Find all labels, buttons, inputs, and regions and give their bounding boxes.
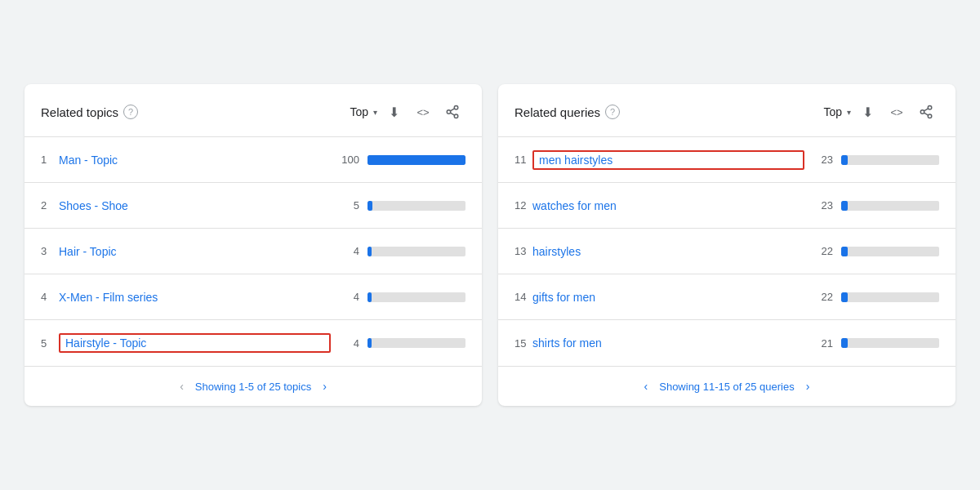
right-panel-body: 11 men hairstyles 23 12 watches for men … (498, 137, 956, 366)
left-panel-header: Related topics ? Top ▾ ⬇ <> (24, 84, 482, 137)
table-row: 11 men hairstyles 23 (498, 137, 956, 183)
table-row: 4 X-Men - Film series 4 (24, 274, 482, 320)
row-label[interactable]: watches for men (532, 199, 804, 212)
row-value: 5 (331, 199, 359, 212)
row-label[interactable]: hairstyles (532, 245, 804, 258)
row-label[interactable]: X-Men - Film series (59, 291, 331, 304)
bar-container (368, 292, 466, 302)
row-number: 14 (514, 291, 532, 303)
left-dropdown-icon[interactable]: ▾ (373, 108, 377, 117)
row-label[interactable]: shirts for men (532, 336, 804, 350)
table-row: 12 watches for men 23 (498, 183, 956, 229)
left-help-icon[interactable]: ? (123, 105, 138, 119)
left-panel-body: 1 Man - Topic 100 2 Shoes - Shoe 5 3 Hai… (24, 137, 482, 366)
right-footer-text[interactable]: Showing 11-15 of 25 queries (659, 381, 795, 393)
svg-line-9 (924, 109, 928, 111)
row-value: 4 (331, 245, 359, 257)
left-panel-title: Related topics (41, 105, 118, 119)
left-panel: Related topics ? Top ▾ ⬇ <> 1 Man - Topi… (24, 84, 482, 406)
left-filter-label: Top (350, 105, 368, 118)
main-container: Related topics ? Top ▾ ⬇ <> 1 Man - Topi… (0, 60, 980, 430)
row-label[interactable]: Man - Topic (59, 154, 331, 167)
bar-container (841, 155, 939, 165)
bar-container (841, 201, 939, 211)
table-row: 15 shirts for men 21 (498, 320, 956, 366)
left-embed-icon[interactable]: <> (410, 99, 436, 125)
row-value: 23 (804, 199, 833, 212)
table-row: 5 Hairstyle - Topic 4 (24, 320, 482, 366)
bar-fill (368, 338, 372, 348)
right-header-controls: Top ▾ ⬇ <> (823, 99, 939, 125)
left-prev-arrow[interactable]: ‹ (175, 378, 189, 394)
right-panel-footer: ‹ Showing 11-15 of 25 queries › (498, 366, 956, 406)
bar-fill (368, 155, 466, 165)
bar-fill (368, 201, 372, 211)
right-share-icon[interactable] (913, 99, 939, 125)
row-label[interactable]: gifts for men (532, 291, 804, 304)
table-row: 1 Man - Topic 100 (24, 137, 482, 183)
row-number: 11 (514, 154, 532, 166)
left-download-icon[interactable]: ⬇ (381, 99, 407, 125)
row-value: 22 (804, 245, 833, 257)
bar-container (841, 247, 939, 256)
table-row: 2 Shoes - Shoe 5 (24, 183, 482, 229)
table-row: 3 Hair - Topic 4 (24, 229, 482, 274)
row-label[interactable]: Shoes - Shoe (59, 199, 331, 212)
row-number: 3 (41, 245, 59, 257)
row-value: 4 (331, 337, 359, 350)
bar-fill (841, 155, 848, 165)
table-row: 14 gifts for men 22 (498, 274, 956, 320)
row-number: 15 (514, 337, 532, 350)
row-number: 4 (41, 291, 59, 303)
right-help-icon[interactable]: ? (605, 105, 620, 119)
bar-container (368, 201, 466, 211)
bar-container (841, 338, 939, 348)
left-share-icon[interactable] (439, 99, 466, 125)
table-row: 13 hairstyles 22 (498, 229, 956, 274)
right-panel-title: Related queries (514, 105, 600, 119)
bar-container (841, 292, 939, 302)
right-download-icon[interactable]: ⬇ (854, 99, 880, 125)
left-footer-text[interactable]: Showing 1-5 of 25 topics (195, 381, 311, 393)
row-number: 2 (41, 199, 59, 212)
row-value: 21 (804, 337, 833, 350)
row-value: 23 (804, 154, 833, 166)
bar-fill (841, 292, 848, 302)
right-dropdown-icon[interactable]: ▾ (847, 108, 851, 117)
svg-line-4 (450, 109, 454, 111)
row-label[interactable]: Hair - Topic (59, 245, 331, 258)
row-value: 4 (331, 291, 359, 303)
bar-fill (841, 338, 848, 348)
left-panel-footer: ‹ Showing 1-5 of 25 topics › (24, 366, 482, 406)
bar-container (368, 155, 466, 165)
row-label[interactable]: Hairstyle - Topic (59, 333, 331, 353)
bar-container (368, 338, 466, 348)
row-value: 22 (804, 291, 833, 303)
row-number: 12 (514, 199, 532, 212)
row-number: 1 (41, 154, 59, 166)
right-embed-icon[interactable]: <> (884, 99, 910, 125)
row-value: 100 (331, 154, 359, 166)
bar-fill (368, 247, 372, 256)
left-header-controls: Top ▾ ⬇ <> (350, 99, 466, 125)
row-number: 5 (41, 337, 59, 350)
right-panel: Related queries ? Top ▾ ⬇ <> 11 men hair… (498, 84, 956, 406)
bar-fill (368, 292, 372, 302)
right-filter-label: Top (823, 105, 842, 118)
svg-line-8 (924, 113, 928, 115)
row-label[interactable]: men hairstyles (532, 150, 804, 170)
right-next-arrow[interactable]: › (801, 378, 815, 394)
bar-container (368, 247, 466, 256)
svg-line-3 (450, 113, 454, 115)
bar-fill (841, 201, 848, 211)
row-number: 13 (514, 245, 532, 257)
right-panel-header: Related queries ? Top ▾ ⬇ <> (498, 84, 956, 137)
right-prev-arrow[interactable]: ‹ (639, 378, 653, 394)
bar-fill (841, 247, 848, 256)
left-next-arrow[interactable]: › (318, 378, 332, 394)
